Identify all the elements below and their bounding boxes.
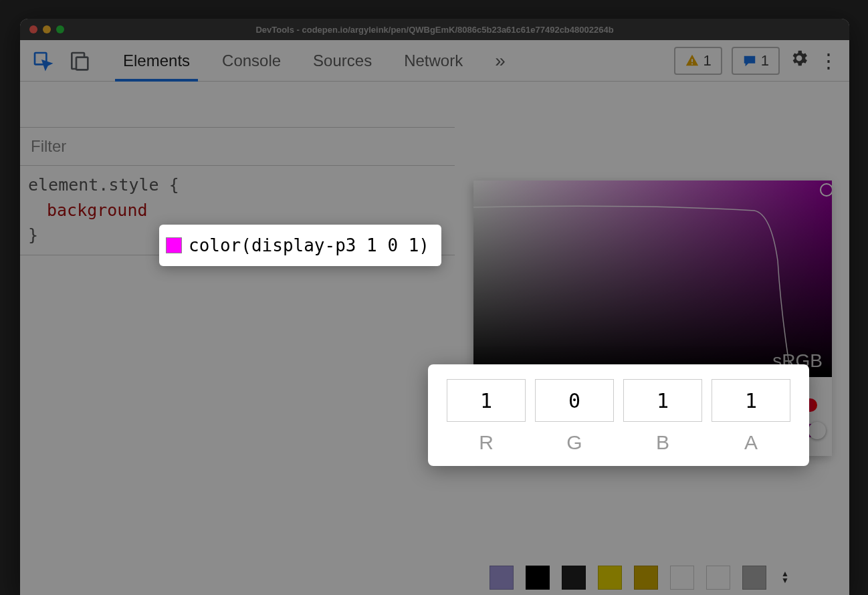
inspect-element-icon[interactable] <box>31 49 55 73</box>
svg-rect-4 <box>691 63 693 64</box>
titlebar: DevTools - codepen.io/argyleink/pen/QWBg… <box>20 19 849 40</box>
css-selector: element.style <box>28 175 159 195</box>
channel-a-label: A <box>744 431 758 454</box>
minimize-window-button[interactable] <box>43 25 51 33</box>
body-area: Filter element.style { background } sRGB <box>20 82 849 595</box>
channel-b-label: B <box>656 431 669 454</box>
settings-icon[interactable] <box>789 48 809 73</box>
window-title: DevTools - codepen.io/argyleink/pen/QWBg… <box>20 25 849 35</box>
toolbar: Elements Console Sources Network » 1 1 ⋮ <box>20 40 849 82</box>
palette-row: ▲▼ <box>490 566 789 590</box>
tab-console[interactable]: Console <box>222 40 281 81</box>
warning-icon <box>685 53 699 68</box>
palette-swatch[interactable] <box>670 566 694 590</box>
close-window-button[interactable] <box>29 25 37 33</box>
tabs: Elements Console Sources Network » <box>123 40 662 81</box>
palette-swatch[interactable] <box>526 566 550 590</box>
palette-swatch[interactable] <box>562 566 586 590</box>
styles-filter-input[interactable]: Filter <box>20 127 455 166</box>
close-brace: } <box>28 225 38 245</box>
zoom-window-button[interactable] <box>56 25 64 33</box>
warnings-count: 1 <box>703 52 712 70</box>
channel-a-input[interactable] <box>712 379 790 422</box>
toolbar-right: 1 1 ⋮ <box>674 47 839 75</box>
tab-elements[interactable]: Elements <box>123 40 190 81</box>
color-palette: ▲▼ <box>490 566 789 595</box>
svg-rect-2 <box>76 57 88 70</box>
open-brace: { <box>169 175 179 195</box>
warnings-badge[interactable]: 1 <box>674 47 722 75</box>
more-options-icon[interactable]: ⋮ <box>819 49 839 72</box>
rgba-inputs: R G B A <box>428 364 809 466</box>
palette-swatch[interactable] <box>634 566 658 590</box>
css-value-tooltip[interactable]: color(display-p3 1 0 1) <box>159 225 441 266</box>
device-toolbar-icon[interactable] <box>67 49 91 73</box>
traffic-lights <box>29 25 64 33</box>
css-property[interactable]: background <box>47 201 148 220</box>
messages-badge[interactable]: 1 <box>732 47 780 75</box>
channel-r-input[interactable] <box>447 379 526 422</box>
devtools-window: DevTools - codepen.io/argyleink/pen/QWBg… <box>20 19 849 595</box>
palette-swatch[interactable] <box>598 566 622 590</box>
css-value[interactable]: color(display-p3 1 0 1) <box>189 235 429 255</box>
gamut-outline <box>473 181 832 377</box>
svg-rect-3 <box>691 59 693 62</box>
channel-g-label: G <box>566 431 582 454</box>
value-swatch-icon[interactable] <box>166 237 182 253</box>
saturation-value-area[interactable]: sRGB <box>473 181 832 377</box>
palette-swatch[interactable] <box>742 566 766 590</box>
alpha-thumb[interactable] <box>808 422 826 439</box>
tab-sources[interactable]: Sources <box>313 40 372 81</box>
tabs-overflow-icon[interactable]: » <box>495 50 506 72</box>
palette-swatch[interactable] <box>490 566 514 590</box>
tab-network[interactable]: Network <box>404 40 463 81</box>
message-icon <box>742 53 757 68</box>
messages-count: 1 <box>761 52 769 70</box>
svg-point-5 <box>821 184 832 196</box>
channel-r-label: R <box>479 431 494 454</box>
channel-g-input[interactable] <box>535 379 614 422</box>
channel-b-input[interactable] <box>623 379 702 422</box>
palette-sort-icon[interactable]: ▲▼ <box>781 571 789 584</box>
palette-swatch[interactable] <box>706 566 730 590</box>
